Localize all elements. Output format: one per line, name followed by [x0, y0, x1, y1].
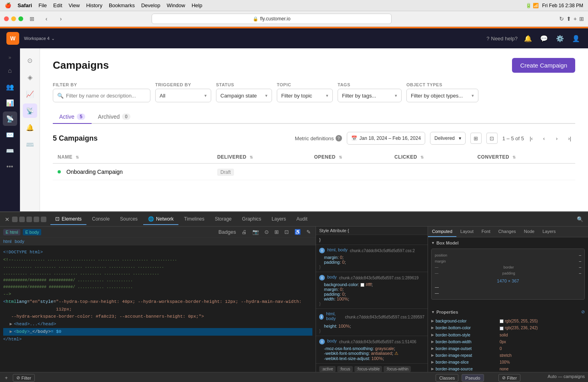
- print-button[interactable]: 🖨: [240, 228, 248, 236]
- grid-button[interactable]: ⊡: [283, 228, 290, 236]
- view-toggle-button[interactable]: ⊡: [486, 133, 498, 144]
- breakpoint-button[interactable]: ⊙: [263, 228, 270, 236]
- share-button[interactable]: ⬆: [566, 16, 571, 22]
- body-element-tag[interactable]: E body: [23, 229, 41, 235]
- triggered-by-select[interactable]: All ▾: [155, 89, 211, 102]
- devtools-resize-button[interactable]: [26, 217, 32, 222]
- metric-definitions-link[interactable]: Metric definitions ?: [295, 135, 342, 141]
- col-clicked[interactable]: CLICKED ⇅: [390, 151, 472, 163]
- pseudo-button[interactable]: Pseudo: [462, 374, 484, 382]
- maximize-window-button[interactable]: [18, 16, 23, 21]
- profile-button[interactable]: 👤: [570, 33, 582, 44]
- close-window-button[interactable]: [4, 16, 9, 21]
- classes-button[interactable]: Classes: [436, 374, 458, 382]
- sidebar-toggle-button[interactable]: ⊞: [26, 14, 38, 23]
- workspace-name[interactable]: Workspace 4 ⌄: [24, 36, 55, 41]
- devtools-tab-graphics[interactable]: Graphics: [237, 214, 266, 225]
- tab-archived[interactable]: Archived 0: [92, 110, 137, 124]
- next-page-button[interactable]: ›: [551, 133, 562, 144]
- accessibility-button[interactable]: ♿: [293, 228, 302, 236]
- second-nav-icon-6[interactable]: ⌨️: [23, 137, 37, 151]
- window-menu[interactable]: Window: [167, 2, 185, 8]
- forward-button[interactable]: ›: [55, 14, 66, 23]
- breadcrumb-html[interactable]: html: [3, 239, 12, 244]
- minimize-window-button[interactable]: [11, 16, 16, 21]
- computed-tab-font[interactable]: Font: [478, 227, 494, 237]
- table-row[interactable]: Onboarding Campaign Draft: [53, 163, 575, 180]
- nav-icon-terminal[interactable]: ⌨️: [3, 143, 17, 158]
- devtools-tab-network[interactable]: 🌐 Network: [143, 214, 178, 225]
- tab-active[interactable]: Active 5: [53, 110, 92, 124]
- nav-icon-people[interactable]: 👥: [3, 80, 17, 94]
- screenshot-button[interactable]: 📷: [251, 228, 260, 236]
- breadcrumb-body[interactable]: body: [15, 239, 24, 244]
- computed-tab-changes[interactable]: Changes: [494, 227, 520, 237]
- filter-right-button[interactable]: ⊘ Filter: [498, 374, 520, 382]
- devtools-fullscreen-button[interactable]: [34, 217, 39, 222]
- reload-button[interactable]: ↻: [559, 16, 564, 22]
- nav-expand-button[interactable]: »: [7, 53, 13, 62]
- second-nav-icon-5[interactable]: 🔔: [23, 120, 37, 135]
- changes-button[interactable]: ✎: [305, 228, 312, 236]
- devtools-extra-button[interactable]: [41, 217, 46, 222]
- messages-button[interactable]: 💬: [538, 33, 550, 44]
- last-page-button[interactable]: ›|: [564, 133, 575, 144]
- develop-menu[interactable]: Develop: [141, 2, 160, 8]
- devtools-tab-storage[interactable]: Storage: [210, 214, 236, 225]
- nav-icon-campaigns[interactable]: 📡: [3, 111, 17, 126]
- apple-menu[interactable]: 🍎: [5, 2, 11, 8]
- settings-button[interactable]: ⚙️: [554, 33, 566, 44]
- col-opened[interactable]: OPENED ⇅: [309, 151, 390, 163]
- nav-icon-chart[interactable]: 📊: [3, 96, 17, 110]
- devtools-tab-audit[interactable]: Audit: [292, 214, 312, 225]
- add-filter-button[interactable]: +: [3, 374, 10, 382]
- create-campaign-button[interactable]: Create Campaign: [512, 58, 575, 73]
- help-menu[interactable]: Help: [192, 2, 202, 8]
- col-converted[interactable]: CONVERTED ⇅: [472, 151, 575, 163]
- address-bar[interactable]: 🔒 fly.customer.io: [152, 14, 392, 24]
- date-range-picker[interactable]: 📅 Jan 18, 2024 – Feb 16, 2024: [347, 132, 425, 145]
- pseudo-active[interactable]: :active: [319, 366, 336, 372]
- status-select[interactable]: Campaign state ▾: [216, 89, 272, 102]
- col-name[interactable]: NAME ⇅: [53, 151, 212, 163]
- devtools-close-button[interactable]: ✕: [3, 215, 11, 224]
- pseudo-focus-within[interactable]: :focus-within: [384, 366, 411, 372]
- devtools-tab-elements[interactable]: ⊡ Elements: [50, 213, 86, 225]
- nav-icon-more[interactable]: •••: [3, 159, 17, 174]
- tab-overview-button[interactable]: ⊞: [579, 16, 584, 22]
- devtools-tab-timelines[interactable]: Timelines: [179, 214, 209, 225]
- devtools-tab-console[interactable]: Console: [87, 214, 114, 225]
- pseudo-focus[interactable]: :focus: [337, 366, 353, 372]
- second-nav-icon-1[interactable]: ⊙: [23, 53, 37, 68]
- devtools-tab-layers[interactable]: Layers: [267, 214, 291, 225]
- col-delivered[interactable]: DELIVERED ⇅: [212, 151, 309, 163]
- computed-tab-computed[interactable]: Computed: [428, 227, 456, 237]
- second-nav-icon-2[interactable]: ◈: [23, 70, 37, 84]
- metric-type-select[interactable]: Delivered ▾: [430, 132, 466, 145]
- first-page-button[interactable]: |‹: [526, 133, 537, 144]
- second-nav-icon-campaigns[interactable]: 📡: [23, 103, 37, 118]
- pseudo-focus-visible[interactable]: :focus-visible: [354, 366, 382, 372]
- computed-tab-layout[interactable]: Layout: [456, 227, 478, 237]
- html-element-tag[interactable]: E html: [3, 229, 20, 235]
- new-tab-button[interactable]: +: [574, 16, 577, 22]
- nav-icon-home[interactable]: ⌂: [3, 64, 17, 78]
- search-devtools-button[interactable]: 🔍: [575, 215, 585, 223]
- object-types-select[interactable]: Filter by object types... ▾: [406, 89, 478, 102]
- nav-icon-messages[interactable]: ✉️: [3, 127, 17, 142]
- filter-options-button[interactable]: ⊞: [470, 133, 482, 144]
- notifications-button[interactable]: 🔔: [522, 33, 534, 44]
- badges-button[interactable]: Badges: [217, 228, 238, 236]
- devtools-dock-button[interactable]: [19, 217, 25, 222]
- back-button[interactable]: ‹: [41, 14, 52, 23]
- bookmarks-menu[interactable]: Bookmarks: [109, 2, 135, 8]
- flex-button[interactable]: ⊞: [273, 228, 280, 236]
- history-menu[interactable]: History: [86, 2, 102, 8]
- tags-select[interactable]: Filter by tags... ▾: [338, 89, 402, 102]
- computed-tab-node[interactable]: Node: [520, 227, 538, 237]
- prev-page-button[interactable]: ‹: [538, 133, 550, 144]
- edit-menu[interactable]: Edit: [53, 2, 62, 8]
- devtools-detach-button[interactable]: [12, 217, 18, 222]
- second-nav-icon-3[interactable]: 📈: [23, 87, 37, 101]
- help-link[interactable]: ? Need help?: [486, 36, 518, 42]
